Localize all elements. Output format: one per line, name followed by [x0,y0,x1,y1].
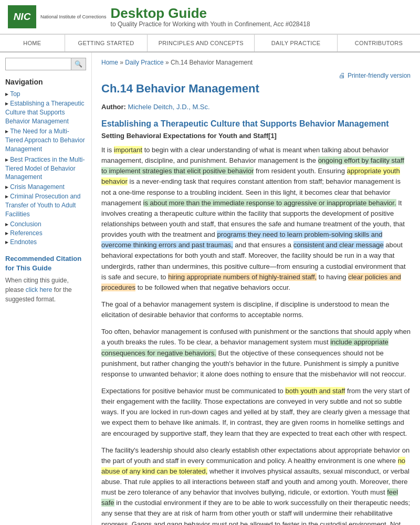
body-paragraph-2: The goal of a behavior management system… [101,299,411,320]
nav-item-conclusion[interactable]: ▸ Conclusion [5,220,86,228]
nav-list: ▸ Top ▸ Establishing a Therapeutic Cultu… [5,90,86,246]
recommended-title: Recommended Citation for This Guide [5,254,86,273]
site-subtitle: to Quality Practice for Working with You… [111,20,310,28]
search-input[interactable] [5,58,71,70]
body-paragraph-4: Expectations for positive behavior must … [101,386,411,439]
content-area: Home » Daily Practice » Ch.14 Behavior M… [92,52,420,525]
org-name: National Institute of Corrections [40,14,107,20]
breadcrumb: Home » Daily Practice » Ch.14 Behavior M… [101,59,411,66]
printer-link[interactable]: 🖨 Printer-friendly version [339,71,411,79]
page-title: Ch.14 Behavior Management [101,81,411,97]
recommended-section: Recommended Citation for This Guide When… [5,254,86,304]
author-link[interactable]: Michele Deitch, J.D., M.Sc. [128,103,210,111]
nav-item-home[interactable]: HOME [0,35,65,51]
logo-box: NIC [8,5,36,28]
nav-item-principles[interactable]: PRINCIPLES AND CONCEPTS [148,35,255,51]
nav-item-establishing[interactable]: ▸ Establishing a Therapeutic Culture tha… [5,99,86,125]
logo-text: NIC [14,11,31,23]
nav-item-top[interactable]: ▸ Top [5,90,86,98]
nav-item-getting-started[interactable]: GETTING STARTED [65,35,148,51]
breadcrumb-current: Ch.14 Behavior Management [171,59,253,66]
logo-area: NIC National Institute of Corrections [8,5,107,28]
navbar: HOME GETTING STARTED PRINCIPLES AND CONC… [0,34,420,52]
nav-item-crisis[interactable]: ▸ Crisis Management [5,183,86,191]
breadcrumb-home[interactable]: Home [101,59,118,66]
main-layout: 🔍 Navigation ▸ Top ▸ Establishing a Ther… [0,52,420,525]
recommended-desc: When citing this guide, please click her… [5,276,86,304]
search-area: 🔍 [5,58,86,70]
printer-row: 🖨 Printer-friendly version [101,71,411,79]
sidebar: 🔍 Navigation ▸ Top ▸ Establishing a Ther… [0,52,92,525]
nav-item-contributors[interactable]: CONTRIBUTORS [338,35,420,51]
sub-heading: Setting Behavioral Expectations for Yout… [101,132,411,140]
nav-item-daily-practice[interactable]: DAILY PRACTICE [255,35,338,51]
header: NIC National Institute of Corrections De… [0,0,420,34]
author-line: Author: Michele Deitch, J.D., M.Sc. [101,103,411,111]
body-paragraph-5: The facility's leadership should also cl… [101,445,411,525]
body-paragraph-1: It is important to begin with a clear un… [101,145,411,293]
site-title: Desktop Guide [111,6,310,21]
printer-icon: 🖨 [339,71,345,79]
logo-subtitle: National Institute of Corrections [40,14,107,20]
nav-item-references[interactable]: ▸ References [5,229,86,237]
nav-item-best-practices[interactable]: ▸ Best Practices in the Multi-Tiered Mod… [5,155,86,182]
nav-title: Navigation [5,78,86,86]
search-button[interactable]: 🔍 [71,58,86,70]
header-text: Desktop Guide to Quality Practice for Wo… [107,6,310,28]
section-heading: Establishing a Therapeutic Culture that … [101,118,411,130]
nav-item-need[interactable]: ▸ The Need for a Multi-Tiered Approach t… [5,127,86,153]
nav-item-criminal[interactable]: ▸ Criminal Prosecution and Transfer of Y… [5,192,86,218]
nav-item-endnotes[interactable]: ▸ Endnotes [5,238,86,246]
body-paragraph-3: Too often, behavior management is confus… [101,327,411,380]
breadcrumb-daily-practice[interactable]: Daily Practice [125,59,163,66]
click-here-link[interactable]: click here [26,286,52,293]
